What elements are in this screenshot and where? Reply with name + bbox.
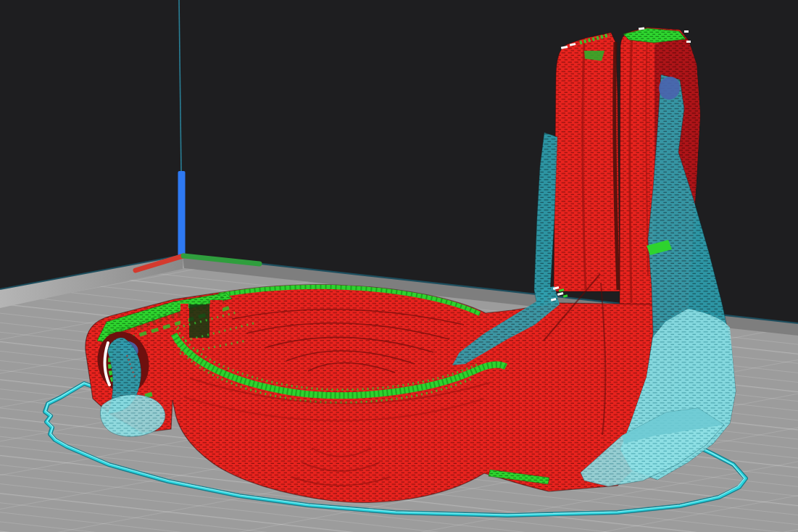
tower-left bbox=[554, 33, 620, 291]
z-axis-bar bbox=[178, 171, 186, 257]
support-foot-left[interactable] bbox=[100, 394, 165, 436]
preview-canvas[interactable] bbox=[0, 0, 798, 532]
clamp-slit-post-left bbox=[180, 304, 188, 336]
slicer-3d-viewport[interactable] bbox=[0, 0, 798, 532]
